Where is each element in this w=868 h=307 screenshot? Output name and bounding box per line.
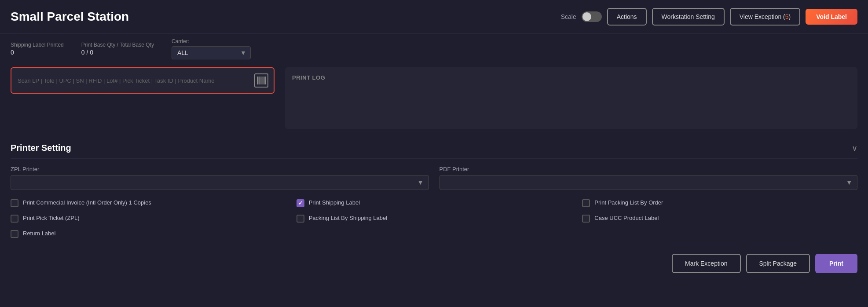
checkbox-label-2: Print Packing List By Order [594, 199, 663, 207]
checkbox-item-3[interactable]: Print Pick Ticket (ZPL) [11, 214, 286, 223]
carrier-section: Carrier: ALL ▼ [172, 38, 251, 59]
scan-input[interactable] [13, 72, 251, 89]
checkbox-item-2[interactable]: Print Packing List By Order [582, 199, 857, 207]
page-title: Small Parcel Station [11, 10, 129, 24]
pdf-printer-label: PDF Printer [439, 166, 858, 172]
checkbox-item-1[interactable]: Print Shipping Label [297, 199, 572, 207]
pdf-select-wrapper: ▼ [439, 175, 858, 190]
main-layout: PRINT LOG [0, 67, 868, 129]
svg-rect-6 [264, 77, 265, 84]
checkbox-label-5: Case UCC Product Label [594, 214, 659, 222]
left-panel [11, 67, 275, 129]
workstation-setting-button[interactable]: Workstation Setting [652, 8, 725, 26]
carrier-select-wrapper: ALL ▼ [172, 46, 251, 59]
carrier-label: Carrier: [172, 38, 251, 44]
checkbox-item-5[interactable]: Case UCC Product Label [582, 214, 857, 223]
void-label-button[interactable]: Void Label [806, 9, 857, 25]
checkbox-item-6[interactable]: Return Label [11, 230, 286, 238]
exception-count: 5 [785, 13, 789, 20]
printer-setting-section: Printer Setting ∨ ZPL Printer ▼ PDF Prin… [0, 138, 868, 238]
pdf-printer-col: PDF Printer ▼ [439, 166, 858, 190]
split-package-button[interactable]: Split Package [746, 254, 810, 273]
mark-exception-button[interactable]: Mark Exception [672, 254, 740, 273]
carrier-select[interactable]: ALL [172, 46, 251, 59]
svg-rect-3 [261, 77, 261, 84]
checkbox-item-0[interactable]: Print Commecial Invoice (Intl Order Only… [11, 199, 286, 207]
checkbox-box-2[interactable] [582, 199, 590, 207]
print-base-qty-value: 0 / 0 [81, 49, 154, 56]
svg-rect-5 [263, 77, 264, 84]
checkbox-grid: Print Commecial Invoice (Intl Order Only… [11, 199, 857, 238]
checkbox-label-6: Return Label [23, 230, 55, 238]
barcode-icon [254, 73, 268, 88]
section-header: Printer Setting ∨ [11, 138, 857, 159]
shipping-label-printed: Shipping Label Printed 0 [11, 42, 64, 56]
checkbox-item-4[interactable]: Packing List By Shipping Label [297, 214, 572, 223]
checkbox-label-4: Packing List By Shipping Label [309, 214, 388, 222]
section-title: Printer Setting [11, 143, 71, 153]
svg-rect-1 [259, 77, 259, 84]
footer-buttons: Mark Exception Split Package Print [0, 245, 868, 282]
zpl-printer-col: ZPL Printer ▼ [11, 166, 429, 190]
checkbox-label-3: Print Pick Ticket (ZPL) [23, 214, 80, 222]
checkbox-label-0: Print Commecial Invoice (Intl Order Only… [23, 199, 151, 207]
section-collapse-button[interactable]: ∨ [852, 143, 857, 153]
checkbox-box-3[interactable] [11, 215, 18, 223]
checkbox-box-6[interactable] [11, 230, 18, 238]
scale-toggle[interactable] [582, 11, 602, 22]
checkbox-box-5[interactable] [582, 215, 590, 223]
svg-rect-0 [257, 77, 258, 84]
actions-button[interactable]: Actions [607, 8, 647, 26]
printer-row: ZPL Printer ▼ PDF Printer ▼ [11, 166, 857, 190]
print-base-qty: Print Base Qty / Total Base Qty 0 / 0 [81, 42, 154, 56]
barcode-scan-button[interactable] [251, 70, 272, 91]
checkbox-box-1[interactable] [297, 199, 304, 207]
checkbox-box-4[interactable] [297, 215, 304, 223]
zpl-select-wrapper: ▼ [11, 175, 429, 190]
print-button[interactable]: Print [815, 254, 857, 273]
stats-row: Shipping Label Printed 0 Print Base Qty … [0, 34, 868, 64]
checkbox-label-1: Print Shipping Label [309, 199, 360, 207]
svg-rect-2 [260, 77, 260, 84]
header: Small Parcel Station Scale Actions Works… [0, 0, 868, 34]
print-log-title: PRINT LOG [292, 74, 850, 81]
svg-rect-4 [262, 77, 263, 84]
shipping-label-printed-label: Shipping Label Printed [11, 42, 64, 48]
scan-input-container [11, 67, 275, 94]
zpl-printer-label: ZPL Printer [11, 166, 429, 172]
scale-label: Scale [561, 13, 576, 20]
view-exception-button[interactable]: View Exception (5) [730, 8, 801, 26]
pdf-printer-select[interactable] [439, 175, 858, 190]
print-log-panel: PRINT LOG [285, 67, 857, 129]
checkbox-box-0[interactable] [11, 199, 18, 207]
shipping-label-printed-value: 0 [11, 49, 64, 56]
zpl-printer-select[interactable] [11, 175, 429, 190]
print-base-qty-label: Print Base Qty / Total Base Qty [81, 42, 154, 48]
svg-rect-7 [265, 77, 266, 84]
header-controls: Scale Actions Workstation Setting View E… [561, 8, 857, 26]
